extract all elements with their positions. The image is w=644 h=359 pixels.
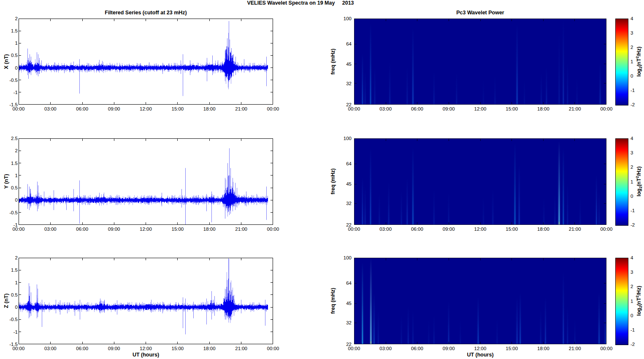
colorbar-tick-label: 4 <box>630 255 633 260</box>
spectrogram-panel-x <box>354 19 606 105</box>
colorbar-tick-label: 0 <box>630 313 633 318</box>
spectrogram-canvas-x <box>354 19 606 105</box>
y-tick-label: 2 <box>15 16 18 21</box>
freq-axis-label-z: freq (mHz) <box>330 288 336 314</box>
y-tick-label: 2 <box>15 148 18 153</box>
x-tick-label: 00:00 <box>601 346 613 351</box>
x-tick-label: 06:00 <box>76 346 88 351</box>
colorbar-label-row3: log2(nT2/Hz) <box>635 286 643 316</box>
y-tick-label: -0.5 <box>9 210 18 215</box>
y-tick-label: 100 <box>344 255 352 260</box>
x-tick-label: 03:00 <box>44 227 57 232</box>
colorbar-tick-label: 0 <box>630 194 633 199</box>
x-tick-label: 18:00 <box>203 346 216 351</box>
spectrogram-panel-y <box>354 138 606 225</box>
y-tick-label: 1.5 <box>11 267 18 273</box>
spectrogram-panel-z <box>354 258 606 344</box>
x-tick-label: 09:00 <box>108 227 120 232</box>
timeseries-canvas-z <box>19 258 273 344</box>
x-tick-label: 00:00 <box>267 106 279 111</box>
x-tick-label: 03:00 <box>44 106 57 111</box>
colorbar-tick-label: -2 <box>630 102 635 107</box>
x-tick-label: 15:00 <box>506 227 518 232</box>
y-axis-label-y: Y (nT) <box>3 174 9 189</box>
y-tick-label: 2.5 <box>11 136 18 141</box>
x-axis-label-left: UT (hours) <box>19 352 273 358</box>
x-axis-ticks-row3-right: 00:0003:0006:0009:0012:0015:0018:0021:00… <box>354 346 606 352</box>
x-tick-label: 00:00 <box>348 227 360 232</box>
x-tick-label: 12:00 <box>474 227 487 232</box>
x-tick-label: 03:00 <box>379 346 392 351</box>
left-column-title: Filtered Series (cutoff at 23 mHz) <box>19 10 273 16</box>
y-tick-label: 1 <box>15 280 18 285</box>
x-tick-label: 12:00 <box>140 106 152 111</box>
x-axis-ticks-row1-left: 00:0003:0006:0009:0012:0015:0018:0021:00… <box>19 106 273 112</box>
x-axis-ticks-row2-left: 00:0003:0006:0009:0012:0015:0018:0021:00… <box>19 227 273 232</box>
y-tick-label: 1.5 <box>11 161 18 166</box>
x-axis-ticks-row1-right: 00:0003:0006:0009:0012:0015:0018:0021:00… <box>354 106 606 112</box>
timeseries-canvas-y <box>19 138 273 225</box>
y-tick-label: 0 <box>15 305 18 310</box>
colorbar-tick-label: -2 <box>630 342 635 347</box>
y-axis-label-z: Z (nT) <box>3 294 9 308</box>
x-tick-label: 09:00 <box>443 227 455 232</box>
colorbar-tick-label: -1 <box>630 208 635 213</box>
colorbar-label-row2: log2(nT2/Hz) <box>635 166 643 196</box>
freq-axis-label-x: freq (mHz) <box>330 49 336 75</box>
y-tick-label: 32 <box>346 81 352 86</box>
x-axis-ticks-row3-left: 00:0003:0006:0009:0012:0015:0018:0021:00… <box>19 346 273 352</box>
x-tick-label: 12:00 <box>474 106 487 111</box>
x-tick-label: 06:00 <box>411 106 423 111</box>
colorbar-tick-label: -1 <box>630 327 635 332</box>
colorbar-row2 <box>615 138 628 226</box>
x-tick-label: 00:00 <box>13 227 25 232</box>
x-tick-label: 06:00 <box>411 346 423 351</box>
x-tick-label: 00:00 <box>348 346 360 351</box>
y-tick-label: 0 <box>15 65 18 70</box>
colorbar-tick-label: 4 <box>630 136 633 141</box>
freq-axis-ticks-y: 10064453222 <box>336 138 352 225</box>
y-tick-label: 100 <box>344 16 352 21</box>
colorbar-tick-label: 3 <box>630 150 633 155</box>
x-tick-label: 03:00 <box>44 346 57 351</box>
x-tick-label: 21:00 <box>235 346 247 351</box>
spectrogram-canvas-y <box>354 138 606 225</box>
x-tick-label: 21:00 <box>569 346 581 351</box>
x-axis-label-right: UT (hours) <box>354 352 606 358</box>
x-tick-label: 00:00 <box>13 346 25 351</box>
x-tick-label: 00:00 <box>601 106 613 111</box>
freq-axis-ticks-x: 10064453222 <box>336 19 352 105</box>
colorbar-row1 <box>615 19 628 105</box>
x-tick-label: 09:00 <box>108 106 120 111</box>
colorbar-tick-label: -1 <box>630 88 635 93</box>
x-tick-label: 18:00 <box>537 227 549 232</box>
y-tick-label: 1 <box>15 40 18 46</box>
timeseries-panel-z <box>19 258 273 344</box>
y-tick-label: 45 <box>346 301 352 306</box>
x-tick-label: 00:00 <box>267 227 279 232</box>
y-tick-label: -1 <box>14 329 18 335</box>
x-tick-label: 06:00 <box>76 227 88 232</box>
y-tick-label: -0.5 <box>9 78 18 83</box>
figure-title: VELIES Wavelet Spectra on 19 May 2013 <box>0 0 601 6</box>
x-tick-label: 09:00 <box>443 346 455 351</box>
colorbar-tick-label: 4 <box>630 16 633 21</box>
x-tick-label: 12:00 <box>140 346 152 351</box>
y-tick-label: -1 <box>14 90 18 95</box>
x-tick-label: 21:00 <box>235 227 247 232</box>
x-tick-label: 21:00 <box>235 106 247 111</box>
freq-axis-ticks-z: 10064453222 <box>336 258 352 344</box>
colorbar-tick-label: 0 <box>630 73 633 78</box>
colorbar-tick-label: -2 <box>630 222 635 227</box>
colorbar-tick-label: 2 <box>630 165 633 170</box>
x-tick-label: 15:00 <box>171 227 184 232</box>
x-tick-label: 12:00 <box>474 346 487 351</box>
y-tick-label: 1 <box>15 173 18 178</box>
x-tick-label: 18:00 <box>537 346 549 351</box>
y-tick-label: 64 <box>346 161 352 166</box>
y-tick-label: 1.5 <box>11 28 18 33</box>
y-tick-label: 45 <box>346 181 352 186</box>
x-tick-label: 21:00 <box>569 106 581 111</box>
x-tick-label: 15:00 <box>171 346 184 351</box>
x-tick-label: 00:00 <box>601 227 613 232</box>
